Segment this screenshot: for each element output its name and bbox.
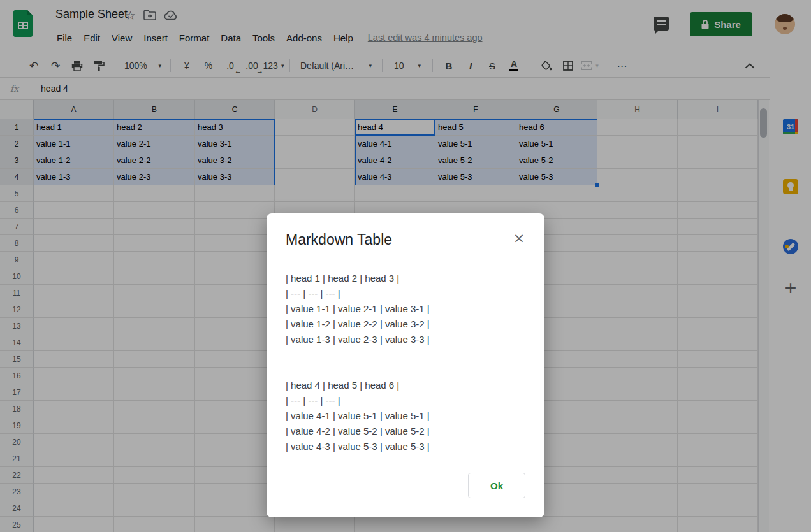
markdown-line: | value 1-2 | value 2-2 | value 3-2 | xyxy=(286,317,525,332)
markdown-table-dialog: Markdown Table × | head 1 | head 2 | hea… xyxy=(267,213,544,517)
markdown-line: | value 1-1 | value 2-1 | value 3-1 | xyxy=(286,301,525,317)
markdown-table-1: | head 1 | head 2 | head 3 || --- | --- … xyxy=(286,271,525,347)
markdown-line: | value 1-3 | value 2-3 | value 3-3 | xyxy=(286,332,525,347)
ok-button[interactable]: Ok xyxy=(468,473,525,498)
markdown-line: | value 4-2 | value 5-2 | value 5-2 | xyxy=(286,424,525,439)
markdown-line: | head 4 | head 5 | head 6 | xyxy=(286,378,525,393)
markdown-line: | --- | --- | --- | xyxy=(286,393,525,408)
dialog-title: Markdown Table xyxy=(286,231,392,248)
google-sheets-app: Sample Sheet ☆ File Edit View Insert For… xyxy=(0,0,811,532)
markdown-line: | value 4-3 | value 5-3 | value 5-3 | xyxy=(286,439,525,454)
markdown-line: | value 4-1 | value 5-1 | value 5-1 | xyxy=(286,408,525,424)
close-icon[interactable]: × xyxy=(510,229,528,247)
markdown-line: | --- | --- | --- | xyxy=(286,286,525,301)
markdown-table-2: | head 4 | head 5 | head 6 || --- | --- … xyxy=(286,378,525,454)
markdown-line: | head 1 | head 2 | head 3 | xyxy=(286,271,525,286)
